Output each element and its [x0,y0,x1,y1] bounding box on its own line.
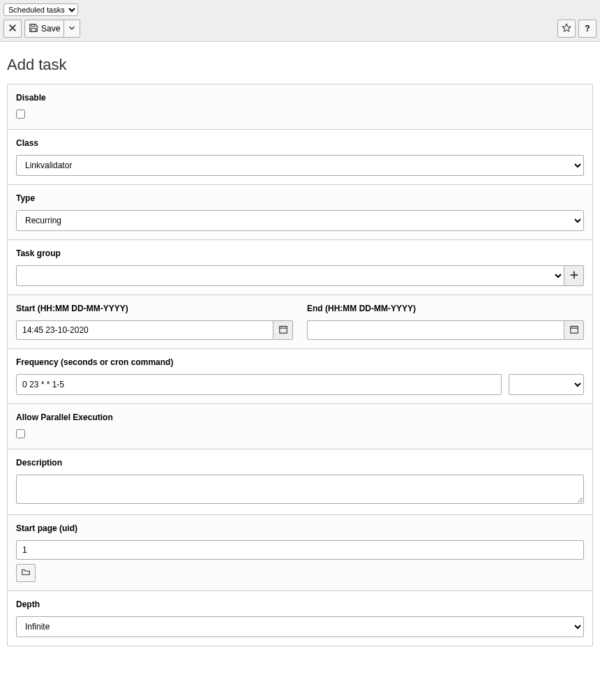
disable-checkbox[interactable] [16,110,25,119]
top-toolbar: Scheduled tasks Save [0,0,600,42]
bookmark-button[interactable] [557,20,576,38]
type-select[interactable]: Recurring [16,210,584,231]
section-depth: Depth Infinite [8,591,592,646]
class-select[interactable]: Linkvalidator [16,155,584,176]
end-date-picker-button[interactable] [564,320,584,340]
label-startpage: Start page (uid) [16,523,584,533]
star-icon [562,23,571,35]
page-title: Add task [7,56,593,74]
label-class: Class [16,138,584,148]
section-dates: Start (HH:MM DD-MM-YYYY) End (HH:MM DD-M… [8,295,592,349]
label-taskgroup: Task group [16,248,584,258]
folder-icon [21,567,31,579]
frequency-input[interactable] [16,374,502,395]
start-date-picker-button[interactable] [273,320,293,340]
label-parallel: Allow Parallel Execution [16,412,584,422]
save-label: Save [41,24,60,33]
action-right: ? [557,20,597,38]
section-type: Type Recurring [8,185,592,240]
content: Add task Disable Class Linkvalidator Typ… [0,42,600,653]
label-end: End (HH:MM DD-MM-YYYY) [307,304,584,313]
depth-select[interactable]: Infinite [16,616,584,637]
start-input[interactable] [16,320,273,340]
end-input[interactable] [307,320,564,340]
module-select[interactable]: Scheduled tasks [3,3,78,16]
svg-rect-3 [570,326,578,333]
frequency-preset-select[interactable] [509,374,584,395]
section-disable: Disable [8,84,592,130]
save-button-group: Save [24,20,80,38]
col-start: Start (HH:MM DD-MM-YYYY) [16,304,293,340]
save-icon [29,23,38,35]
taskgroup-select[interactable] [16,265,564,286]
form-panel: Disable Class Linkvalidator Type Recurri… [7,84,593,646]
label-type: Type [16,193,584,203]
save-button[interactable]: Save [24,20,64,38]
svg-rect-2 [279,326,287,333]
section-parallel: Allow Parallel Execution [8,404,592,449]
startpage-browse-button[interactable] [16,564,36,582]
action-left: Save [3,20,80,38]
calendar-icon [278,325,288,336]
calendar-icon [569,325,579,336]
section-startpage: Start page (uid) [8,515,592,591]
col-end: End (HH:MM DD-MM-YYYY) [307,304,584,340]
startpage-input[interactable] [16,540,584,560]
close-icon [8,23,17,35]
save-dropdown-button[interactable] [64,20,80,38]
label-start: Start (HH:MM DD-MM-YYYY) [16,304,293,313]
label-description: Description [16,458,584,468]
close-button[interactable] [3,20,22,38]
section-frequency: Frequency (seconds or cron command) [8,349,592,404]
plus-icon [569,270,579,282]
label-frequency: Frequency (seconds or cron command) [16,357,584,367]
label-disable: Disable [16,93,584,103]
help-button[interactable]: ? [578,20,597,38]
section-taskgroup: Task group [8,240,592,295]
help-icon: ? [585,24,590,33]
chevron-down-icon [67,23,77,35]
parallel-checkbox[interactable] [16,429,25,438]
description-textarea[interactable] [16,475,584,504]
svg-rect-1 [31,28,36,31]
section-class: Class Linkvalidator [8,130,592,185]
label-depth: Depth [16,600,584,609]
taskgroup-add-button[interactable] [564,265,584,286]
section-description: Description [8,449,592,515]
